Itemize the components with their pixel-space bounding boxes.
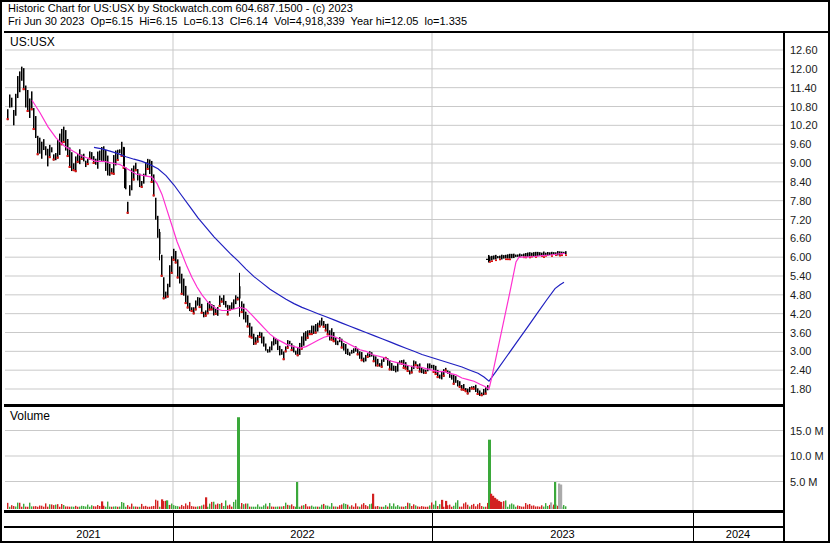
price-axis-tick: 2.40	[790, 364, 830, 376]
volume-panel-label: Volume	[10, 409, 50, 423]
year-label: 2023	[550, 528, 574, 541]
price-axis-tick: 4.80	[790, 289, 830, 301]
volume-axis-tick: 10.0 M	[790, 450, 830, 462]
date-band-divider	[4, 526, 785, 528]
price-axis-tick: 4.20	[790, 308, 830, 320]
year-label: 2021	[76, 528, 100, 541]
year-label: 2022	[290, 528, 314, 541]
chart-ohlc-info: Fri Jun 30 2023 Op=6.15 Hi=6.15 Lo=6.13 …	[8, 15, 788, 28]
price-axis-tick: 12.60	[790, 44, 830, 56]
volume-bottom-border	[4, 510, 785, 513]
header-bar: Historic Chart for US:USX by Stockwatch.…	[4, 2, 788, 29]
year-label: 2024	[726, 528, 750, 541]
volume-axis-tick: 15.0 M	[790, 425, 830, 437]
price-axis-tick: 6.00	[790, 251, 830, 263]
axis-column-divider	[783, 33, 785, 543]
chart-title: Historic Chart for US:USX by Stockwatch.…	[8, 2, 788, 15]
price-axis-tick: 9.60	[790, 138, 830, 150]
price-axis-tick: 1.80	[790, 383, 830, 395]
price-axis-tick: 3.60	[790, 327, 830, 339]
header-divider	[4, 31, 830, 33]
price-axis-tick: 8.40	[790, 176, 830, 188]
price-axis-tick: 7.20	[790, 214, 830, 226]
price-volume-divider	[4, 404, 783, 407]
date-band-tick	[693, 528, 694, 541]
price-axis-tick: 10.20	[790, 119, 830, 131]
stock-chart-window: Historic Chart for US:USX by Stockwatch.…	[0, 0, 830, 543]
price-axis-tick: 9.00	[790, 157, 830, 169]
price-axis-tick: 11.40	[790, 82, 830, 94]
date-band-tick	[432, 528, 433, 541]
price-axis-tick: 7.80	[790, 195, 830, 207]
price-axis-tick: 5.40	[790, 270, 830, 282]
price-axis-tick: 10.80	[790, 101, 830, 113]
price-axis-tick: 3.00	[790, 345, 830, 357]
symbol-label: US:USX	[10, 35, 55, 49]
date-band-tick	[173, 528, 174, 541]
date-band-tick	[432, 513, 433, 526]
date-band-tick	[173, 513, 174, 526]
price-axis-tick: 12.00	[790, 63, 830, 75]
price-axis-tick: 6.60	[790, 232, 830, 244]
chart-canvas	[2, 2, 830, 543]
volume-axis-tick: 5.0 M	[790, 476, 830, 488]
date-band-tick	[693, 513, 694, 526]
